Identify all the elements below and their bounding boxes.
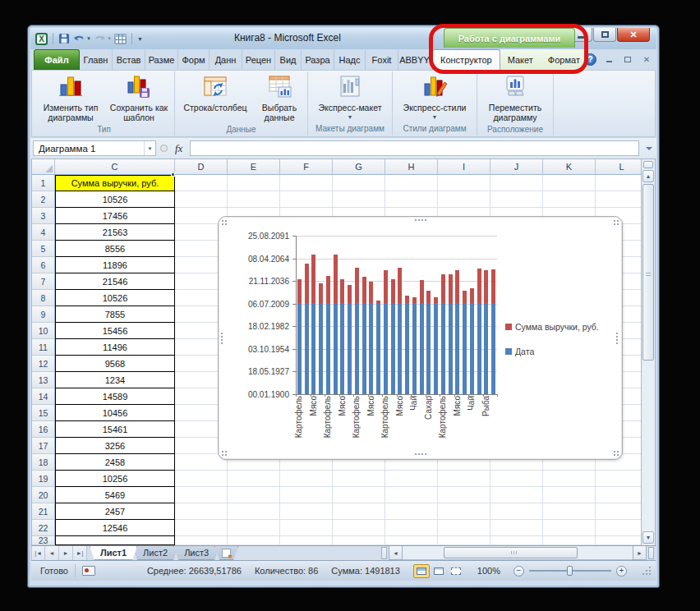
- move-chart-button[interactable]: Переместить диаграмму: [480, 72, 550, 123]
- chart-bar-revenue[interactable]: [463, 291, 467, 303]
- zoom-thumb[interactable]: [567, 566, 573, 576]
- cell-E19[interactable]: [228, 471, 280, 487]
- select-all-corner[interactable]: [32, 159, 55, 175]
- scroll-up-icon[interactable]: ▲: [642, 170, 654, 182]
- zoom-level[interactable]: 100%: [477, 566, 500, 576]
- column-header-E[interactable]: E: [228, 159, 280, 175]
- row-header-13[interactable]: 13: [32, 372, 55, 388]
- cell-C9[interactable]: 7855: [55, 306, 175, 323]
- tab-abbyy[interactable]: ABBYY: [398, 49, 431, 70]
- cell[interactable]: [385, 536, 438, 545]
- chart-bar-date[interactable]: [355, 303, 359, 394]
- chart-bar-date[interactable]: [463, 303, 467, 394]
- last-sheet-icon[interactable]: ►|: [73, 546, 87, 560]
- range-fill-handle[interactable]: [171, 172, 175, 177]
- cell-G20[interactable]: [333, 487, 385, 503]
- quick-styles-button[interactable]: Экспресс-стили ▼: [395, 72, 474, 120]
- row-header-22[interactable]: 22: [32, 520, 55, 536]
- maximize-button[interactable]: [593, 28, 616, 42]
- chart-bar-date[interactable]: [491, 303, 495, 394]
- cell-H2[interactable]: [385, 191, 438, 208]
- chart-x-axis-label[interactable]: Мясо: [338, 396, 348, 457]
- resize-grip[interactable]: [642, 566, 652, 577]
- cell-C3[interactable]: 17456: [55, 208, 175, 224]
- tab-макет[interactable]: Макет: [500, 49, 541, 70]
- sheet-tab-лист1[interactable]: Лист1: [90, 546, 137, 560]
- cell-J21[interactable]: [490, 503, 543, 520]
- chart-bar-revenue[interactable]: [340, 279, 344, 303]
- sheet-tab-лист2[interactable]: Лист2: [132, 546, 178, 560]
- chart-x-axis-label[interactable]: Чай: [409, 396, 419, 457]
- tab-встав[interactable]: Встав: [113, 49, 145, 70]
- name-box-dropdown-icon[interactable]: ▼: [144, 141, 155, 155]
- chart-y-axis-label[interactable]: 03.10.1954: [227, 345, 289, 354]
- cell-C13[interactable]: 1234: [55, 372, 175, 388]
- chart-bar-revenue[interactable]: [420, 280, 424, 303]
- chart-bar-date[interactable]: [426, 303, 431, 394]
- tab-главн[interactable]: Главн: [80, 49, 113, 70]
- chart-x-axis-label[interactable]: Мясо: [453, 396, 463, 457]
- chart-bar-revenue[interactable]: [362, 277, 366, 303]
- chart-bar-revenue[interactable]: [348, 285, 352, 303]
- cell-F22[interactable]: [280, 520, 333, 536]
- cell-E2[interactable]: [228, 191, 280, 208]
- column-header-C[interactable]: C: [55, 159, 175, 175]
- switch-row-column-button[interactable]: Строка/столбец: [177, 72, 253, 113]
- cell-I21[interactable]: [438, 503, 490, 520]
- chart-selection-handle[interactable]: [415, 453, 417, 455]
- cell-L1[interactable]: [596, 175, 641, 191]
- chart-bar-revenue[interactable]: [491, 269, 495, 303]
- chart-selection-handle[interactable]: [222, 451, 223, 453]
- row-header-2[interactable]: 2: [32, 191, 55, 208]
- scroll-down-icon[interactable]: ▼: [642, 531, 654, 544]
- help-icon[interactable]: ?: [584, 53, 596, 66]
- zoom-out-icon[interactable]: −: [513, 566, 524, 577]
- cell-J1[interactable]: [490, 175, 543, 191]
- row-header-7[interactable]: 7: [32, 273, 55, 290]
- row-header-4[interactable]: 4: [32, 224, 55, 241]
- cell-F21[interactable]: [280, 503, 333, 520]
- cell-J20[interactable]: [490, 487, 543, 503]
- tab-данн[interactable]: Данн: [210, 49, 242, 70]
- chart-bar-date[interactable]: [420, 303, 424, 394]
- cell-D1[interactable]: [175, 175, 228, 191]
- cell-C21[interactable]: 2457: [55, 503, 175, 520]
- chart-x-axis-label[interactable]: Чай: [467, 396, 477, 457]
- normal-view-icon[interactable]: [413, 564, 430, 578]
- cell-H22[interactable]: [385, 520, 438, 536]
- horizontal-scrollbar[interactable]: ◄ ►: [380, 546, 656, 560]
- chart-object[interactable]: 25.08.209108.04.206421.11.203606.07.2009…: [218, 216, 623, 460]
- save-icon[interactable]: [58, 31, 71, 46]
- column-header-I[interactable]: I: [438, 159, 490, 175]
- chart-selection-handle[interactable]: [222, 220, 223, 222]
- chart-bar-revenue[interactable]: [470, 288, 474, 303]
- chart-selection-handle[interactable]: [221, 333, 223, 334]
- chart-bar-revenue[interactable]: [477, 269, 481, 303]
- cell[interactable]: [333, 536, 385, 545]
- cell-C14[interactable]: 14589: [55, 388, 175, 405]
- row-header-3[interactable]: 3: [32, 208, 55, 224]
- cell-C8[interactable]: 10526: [55, 290, 175, 306]
- cell-D21[interactable]: [175, 503, 228, 520]
- cell-K20[interactable]: [543, 487, 596, 503]
- row-header-8[interactable]: 8: [32, 290, 55, 306]
- close-button[interactable]: ✕: [617, 28, 650, 42]
- chart-bar-revenue[interactable]: [297, 279, 302, 303]
- chart-bar-date[interactable]: [362, 303, 366, 394]
- cell-K21[interactable]: [543, 503, 596, 520]
- tab-разра[interactable]: Разра: [302, 49, 334, 70]
- cell-H1[interactable]: [385, 175, 438, 191]
- cell[interactable]: [228, 536, 280, 545]
- chart-selection-handle[interactable]: [415, 219, 417, 221]
- chart-legend-item[interactable]: Сумма выручки, руб.: [505, 322, 599, 332]
- insert-worksheet-tab[interactable]: [214, 546, 238, 560]
- cell-I22[interactable]: [438, 520, 490, 536]
- column-header-H[interactable]: H: [385, 159, 438, 175]
- vertical-scroll-thumb[interactable]: [642, 184, 654, 361]
- column-header-D[interactable]: D: [175, 159, 228, 175]
- row-header-17[interactable]: 17: [32, 438, 55, 454]
- save-as-template-button[interactable]: Сохранить как шаблон: [106, 72, 172, 123]
- cell-J22[interactable]: [490, 520, 543, 536]
- cell-D22[interactable]: [175, 520, 228, 536]
- scroll-left-icon[interactable]: ◄: [389, 546, 403, 560]
